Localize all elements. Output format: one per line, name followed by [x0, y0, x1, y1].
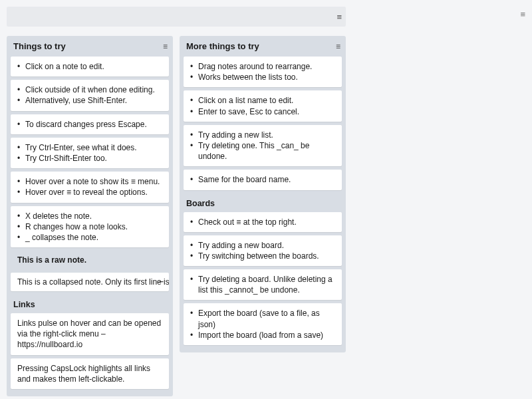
note-bullet: To discard changes press Escape. — [17, 119, 162, 130]
note-bullet: Try deleting a board. Unlike deleting a … — [190, 274, 335, 295]
note-bullet-list: To discard changes press Escape. — [17, 119, 162, 130]
note[interactable]: Check out ≡ at the top right. — [184, 212, 342, 232]
note-bullet-list: Try Ctrl-Enter, see what it does.Try Ctr… — [17, 142, 162, 164]
app-menu-icon[interactable] — [520, 9, 525, 19]
note-bullet: R changes how a note looks. — [17, 221, 162, 232]
notes-group: Check out ≡ at the top right.Try adding … — [180, 212, 346, 346]
note-bullet-list: Click on a list name to edit.Enter to sa… — [190, 95, 335, 116]
board-menu-icon[interactable] — [336, 13, 342, 21]
note-bullet: Try adding a new board. — [190, 240, 335, 251]
note-bullet-list: Drag notes around to rearrange.Works bet… — [190, 61, 335, 82]
note-bullet: Try switching between the boards. — [190, 251, 335, 261]
note-bullet-list: Check out ≡ at the top right. — [190, 217, 335, 227]
note-bullet-list: X deletes the note.R changes how a note … — [17, 211, 162, 243]
note-bullet: Drag notes around to rearrange. — [190, 61, 335, 72]
note-bullet: Same for the board name. — [190, 174, 335, 185]
note[interactable]: Same for the board name. — [184, 170, 342, 190]
board-header[interactable] — [7, 7, 346, 27]
list: Things to tryClick on a note to edit.Cli… — [7, 36, 173, 396]
note-bullet-list: Hover over a note to show its ≡ menu.Hov… — [17, 176, 162, 198]
note[interactable]: Try deleting a board. Unlike deleting a … — [184, 269, 342, 300]
note-bullet: Alternatively, use Shift-Enter. — [17, 95, 162, 106]
notes-group: Click on a note to edit.Click outside of… — [7, 57, 173, 291]
note[interactable]: Try adding a new board.Try switching bet… — [184, 235, 342, 266]
note-bullet: X deletes the note. — [17, 211, 162, 221]
list: More things to tryDrag notes around to r… — [180, 36, 346, 352]
note[interactable]: Try adding a new list.Try deleting one. … — [184, 125, 342, 167]
list-title[interactable]: More things to try — [180, 36, 346, 57]
note[interactable]: Links pulse on hover and can be opened v… — [11, 313, 169, 355]
note[interactable]: Export the board (save to a file, as jso… — [184, 303, 342, 345]
note-collapsed[interactable]: This is a collapsed note. Only its first… — [11, 273, 169, 291]
note-bullet: Try Ctrl-Enter, see what it does. — [17, 142, 162, 153]
note-bullet: Check out ≡ at the top right. — [190, 217, 335, 227]
notes-group: Drag notes around to rearrange.Works bet… — [180, 57, 346, 190]
note-bullet-list: Try adding a new board.Try switching bet… — [190, 240, 335, 261]
notes-group: Links pulse on hover and can be opened v… — [7, 313, 173, 389]
note[interactable]: Click on a note to edit. — [11, 57, 169, 76]
note-bullet: Click on a note to edit. — [17, 61, 162, 72]
note-bullet-list: Try deleting a board. Unlike deleting a … — [190, 274, 335, 295]
note[interactable]: To discard changes press Escape. — [11, 114, 169, 134]
note-bullet-list: Try adding a new list.Try deleting one. … — [190, 130, 335, 162]
note-bullet: Works between the lists too. — [190, 72, 335, 82]
note-bullet: Click on a list name to edit. — [190, 95, 335, 106]
note-bullet: Import the board (load from a save) — [190, 330, 335, 340]
note-raw[interactable]: This is a raw note. — [11, 251, 169, 269]
note-bullet: Click outside of it when done editing. — [17, 84, 162, 95]
note-bullet: Hover over a note to show its ≡ menu. — [17, 176, 162, 187]
lists-container: Things to tryClick on a note to edit.Cli… — [7, 36, 532, 396]
note[interactable]: Hover over a note to show its ≡ menu.Hov… — [11, 172, 169, 202]
note-text: This is a collapsed note. Only its first… — [17, 277, 169, 287]
note-text: Pressing CapsLock highlights all links a… — [17, 363, 162, 384]
note-bullet: Hover over ≡ to reveal the options. — [17, 187, 162, 198]
section-heading: Links — [7, 295, 173, 313]
collapse-indicator-icon: – — [159, 277, 164, 286]
note[interactable]: X deletes the note.R changes how a note … — [11, 206, 169, 248]
note[interactable]: Pressing CapsLock highlights all links a… — [11, 358, 169, 389]
list-menu-icon[interactable] — [163, 42, 168, 51]
note-bullet: Export the board (save to a file, as jso… — [190, 308, 335, 329]
note-bullet: Try adding a new list. — [190, 130, 335, 140]
note-bullet-list: Export the board (save to a file, as jso… — [190, 308, 335, 340]
note[interactable]: Try Ctrl-Enter, see what it does.Try Ctr… — [11, 138, 169, 168]
note-bullet-list: Same for the board name. — [190, 174, 335, 185]
note-bullet-list: Click outside of it when done editing.Al… — [17, 84, 162, 106]
note-bullet-list: Click on a note to edit. — [17, 61, 162, 72]
section-heading: Boards — [180, 194, 346, 212]
note-bullet: _ collapses the note. — [17, 232, 162, 243]
note-bullet: Enter to save, Esc to cancel. — [190, 106, 335, 117]
note-bullet: Try Ctrl-Shift-Enter too. — [17, 153, 162, 164]
note[interactable]: Click on a list name to edit.Enter to sa… — [184, 90, 342, 121]
list-menu-icon[interactable] — [336, 42, 340, 51]
list-title[interactable]: Things to try — [7, 36, 173, 57]
note[interactable]: Click outside of it when done editing.Al… — [11, 80, 169, 110]
note[interactable]: Drag notes around to rearrange.Works bet… — [184, 57, 342, 87]
note-text: Links pulse on hover and can be opened v… — [17, 318, 162, 350]
note-bullet: Try deleting one. This _can_ be undone. — [190, 140, 335, 162]
